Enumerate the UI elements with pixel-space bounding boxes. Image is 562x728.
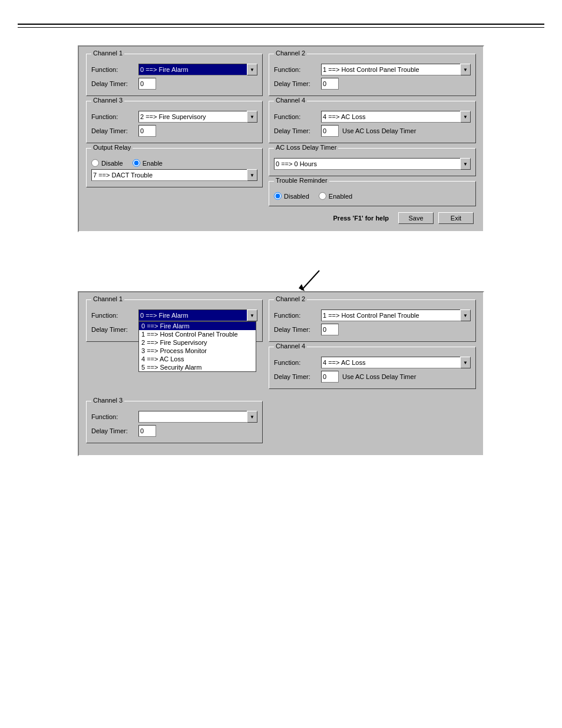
output-relay-enable-label: Enable [143, 160, 163, 167]
channel2-function-label: Function: [274, 66, 321, 73]
d2-channel4-delay-input[interactable] [321, 371, 339, 383]
channel1-label: Channel 1 [91, 50, 124, 57]
channel2-function-select-wrapper[interactable]: 1 ==> Host Control Panel Trouble ▼ [321, 64, 471, 75]
output-relay-label: Output Relay [91, 144, 133, 151]
channel2-delay-row: Delay Timer: [274, 78, 471, 90]
d2-channel2-delay-label: Delay Timer: [274, 326, 321, 333]
ac-loss-delay-group: AC Loss Delay Timer 0 ==> 0 Hours ▼ [269, 148, 476, 176]
d2-dropdown-option-1[interactable]: 1 ==> Host Control Panel Trouble [139, 330, 256, 338]
d2-dropdown-option-3[interactable]: 3 ==> Process Monitor [139, 347, 256, 355]
d2-channel2-select-wrapper[interactable]: 1 ==> Host Control Panel Trouble ▼ [321, 309, 471, 321]
trouble-reminder-disabled-radio[interactable]: Disabled [274, 192, 309, 200]
channel3-function-select[interactable]: 2 ==> Fire Supervisory [138, 111, 257, 123]
channel4-delay-input[interactable] [321, 125, 339, 137]
output-relay-radio-row: Disable Enable [91, 159, 257, 167]
ac-loss-delay-select[interactable]: 0 ==> 0 Hours [274, 158, 471, 170]
d2-dropdown-option-0[interactable]: 0 ==> Fire Alarm [139, 322, 256, 330]
d2-channel3-function-select[interactable] [138, 411, 257, 423]
arrow-area [78, 268, 484, 291]
d2-channel1-group: Channel 1 Function: 0 ==> Fire Alarm ▼ [86, 299, 263, 342]
channel2-function-select[interactable]: 1 ==> Host Control Panel Trouble [321, 64, 471, 75]
output-relay-disable-radio[interactable]: Disable [91, 159, 123, 167]
second-section: Channel 1 Function: 0 ==> Fire Alarm ▼ [0, 268, 562, 456]
d2-channel4-function-label: Function: [274, 359, 321, 366]
trouble-reminder-disabled-input[interactable] [274, 192, 282, 200]
channel3-delay-input[interactable] [138, 125, 156, 137]
d2-channel1-select-wrapper[interactable]: 0 ==> Fire Alarm ▼ 0 ==> Fire Alarm 1 ==… [138, 309, 257, 321]
d2-channel3-function-label: Function: [91, 413, 138, 420]
d2-channel2-function-label: Function: [274, 312, 321, 319]
channel1-function-row: Function: 0 ==> Fire Alarm ▼ [91, 64, 257, 75]
annotation-arrow [284, 268, 331, 291]
channel4-function-select[interactable]: 4 ==> AC Loss [321, 111, 471, 123]
d2-channel4-label: Channel 4 [274, 342, 307, 350]
channel1-function-label: Function: [91, 66, 138, 73]
ac-loss-delay-select-wrapper[interactable]: 0 ==> 0 Hours ▼ [274, 158, 471, 170]
d2-channel2-label: Channel 2 [274, 295, 307, 302]
ac-loss-delay-row: 0 ==> 0 Hours ▼ [274, 158, 471, 170]
trouble-reminder-enabled-label: Enabled [329, 193, 352, 200]
top-rule [18, 24, 544, 25]
channel3-group: Channel 3 Function: 2 ==> Fire Superviso… [86, 101, 263, 143]
d2-channel3-delay-label: Delay Timer: [91, 427, 138, 434]
svg-line-0 [302, 271, 319, 290]
channel3-function-label: Function: [91, 113, 138, 120]
channel1-delay-input[interactable] [138, 78, 156, 90]
d2-channel4-function-select[interactable]: 4 ==> AC Loss [321, 357, 471, 368]
channel3-function-select-wrapper[interactable]: 2 ==> Fire Supervisory ▼ [138, 111, 257, 123]
channel2-function-row: Function: 1 ==> Host Control Panel Troub… [274, 64, 471, 75]
d2-channel2-delay-input[interactable] [321, 324, 339, 335]
output-relay-enable-radio[interactable]: Enable [133, 159, 163, 167]
d2-dropdown-option-5[interactable]: 5 ==> Security Alarm [139, 363, 256, 371]
d2-channel1-delay-label: Delay Timer: [91, 326, 138, 333]
d2-channel1-function-label: Function: [91, 312, 138, 319]
output-relay-enable-input[interactable] [133, 159, 140, 167]
d2-channel4-delay-row: Delay Timer: Use AC Loss Delay Timer [274, 371, 471, 383]
dialog-inner-2: Channel 1 Function: 0 ==> Fire Alarm ▼ [86, 299, 476, 448]
output-relay-function-select-wrapper[interactable]: 7 ==> DACT Trouble ▼ [91, 169, 257, 181]
d2-channel1-function-row: Function: 0 ==> Fire Alarm ▼ 0 ==> Fire … [91, 309, 257, 321]
save-button[interactable]: Save [398, 212, 434, 224]
d2-channel2-delay-row: Delay Timer: [274, 324, 471, 335]
channel2-label: Channel 2 [274, 50, 307, 57]
d2-channel1-function-select[interactable]: 0 ==> Fire Alarm [138, 309, 257, 321]
dialog-box-1: Channel 1 Function: 0 ==> Fire Alarm ▼ D… [78, 45, 484, 232]
d2-channel3-group: Channel 3 Function: ▼ Delay Timer: [86, 401, 263, 443]
ac-loss-delay-label: AC Loss Delay Timer [274, 144, 338, 151]
left-column-1: Channel 1 Function: 0 ==> Fire Alarm ▼ D… [86, 54, 263, 224]
output-relay-disable-label: Disable [101, 160, 123, 167]
output-relay-function-row: 7 ==> DACT Trouble ▼ [91, 169, 257, 181]
trouble-reminder-enabled-radio[interactable]: Enabled [319, 192, 352, 200]
output-relay-disable-input[interactable] [91, 159, 99, 167]
trouble-reminder-group: Trouble Reminder Disabled Enabled [269, 181, 476, 206]
exit-button[interactable]: Exit [438, 212, 474, 224]
trouble-reminder-enabled-input[interactable] [319, 192, 326, 200]
d2-channel2-function-row: Function: 1 ==> Host Control Panel Troub… [274, 309, 471, 321]
d2-channel3-select-wrapper[interactable]: ▼ [138, 411, 257, 423]
d2-channel3-delay-input[interactable] [138, 425, 156, 437]
d2-channel4-function-row: Function: 4 ==> AC Loss ▼ [274, 357, 471, 368]
channel2-delay-input[interactable] [321, 78, 339, 90]
right-column-2: Channel 2 Function: 1 ==> Host Control P… [269, 299, 476, 448]
d2-dropdown-option-2[interactable]: 2 ==> Fire Supervisory [139, 338, 256, 347]
channel1-function-select[interactable]: 0 ==> Fire Alarm [138, 64, 257, 75]
channel4-group: Channel 4 Function: 4 ==> AC Loss ▼ Dela… [269, 101, 476, 143]
dialog-box-2: Channel 1 Function: 0 ==> Fire Alarm ▼ [78, 291, 484, 456]
page-container: Channel 1 Function: 0 ==> Fire Alarm ▼ D… [0, 24, 562, 456]
channel3-delay-row: Delay Timer: [91, 125, 257, 137]
d2-channel4-select-wrapper[interactable]: 4 ==> AC Loss ▼ [321, 357, 471, 368]
d2-dropdown-option-4[interactable]: 4 ==> AC Loss [139, 355, 256, 363]
d2-dropdown-open[interactable]: 0 ==> Fire Alarm 1 ==> Host Control Pane… [138, 321, 256, 372]
channel1-group: Channel 1 Function: 0 ==> Fire Alarm ▼ D… [86, 54, 263, 96]
channel1-delay-label: Delay Timer: [91, 80, 138, 87]
trouble-reminder-radio-row: Disabled Enabled [274, 192, 471, 200]
channel3-label: Channel 3 [91, 97, 124, 104]
d2-channel1-label: Channel 1 [91, 295, 124, 302]
channel1-function-select-wrapper[interactable]: 0 ==> Fire Alarm ▼ [138, 64, 257, 75]
channel4-function-select-wrapper[interactable]: 4 ==> AC Loss ▼ [321, 111, 471, 123]
d2-channel4-delay-label: Delay Timer: [274, 373, 321, 380]
output-relay-function-select[interactable]: 7 ==> DACT Trouble [91, 169, 257, 181]
d2-channel3-function-row: Function: ▼ [91, 411, 257, 423]
channel3-delay-label: Delay Timer: [91, 127, 138, 134]
d2-channel2-function-select[interactable]: 1 ==> Host Control Panel Trouble [321, 309, 471, 321]
